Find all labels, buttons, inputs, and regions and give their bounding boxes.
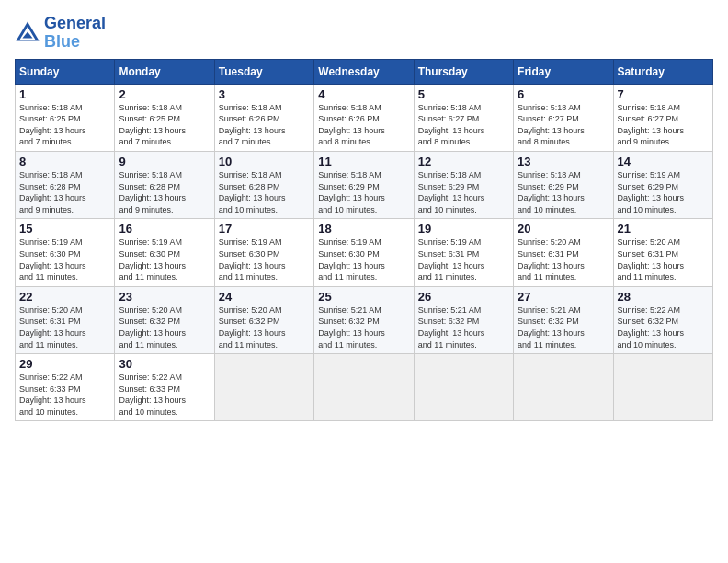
day-number: 1	[19, 87, 110, 101]
calendar-cell	[613, 354, 712, 421]
day-number: 9	[119, 155, 210, 168]
calendar-cell: 3Sunrise: 5:18 AMSunset: 6:26 PMDaylight…	[214, 84, 313, 151]
calendar-week-row: 1Sunrise: 5:18 AMSunset: 6:25 PMDaylight…	[16, 84, 713, 151]
day-number: 16	[119, 222, 210, 236]
day-number: 5	[418, 87, 509, 101]
calendar-week-row: 29Sunrise: 5:22 AMSunset: 6:33 PMDayligh…	[16, 354, 713, 421]
header-cell-wednesday: Wednesday	[314, 59, 414, 84]
day-info: Sunrise: 5:18 AMSunset: 6:27 PMDaylight:…	[618, 103, 685, 147]
day-number: 7	[618, 87, 709, 101]
calendar-cell	[414, 354, 513, 421]
day-number: 19	[418, 222, 509, 236]
calendar-cell: 1Sunrise: 5:18 AMSunset: 6:25 PMDaylight…	[16, 84, 115, 151]
day-number: 25	[318, 290, 409, 304]
calendar-cell: 7Sunrise: 5:18 AMSunset: 6:27 PMDaylight…	[613, 84, 712, 151]
day-info: Sunrise: 5:19 AMSunset: 6:30 PMDaylight:…	[19, 237, 86, 282]
day-info: Sunrise: 5:18 AMSunset: 6:28 PMDaylight:…	[219, 170, 286, 214]
day-number: 12	[418, 155, 509, 168]
day-info: Sunrise: 5:20 AMSunset: 6:31 PMDaylight:…	[618, 237, 685, 282]
day-info: Sunrise: 5:18 AMSunset: 6:26 PMDaylight:…	[318, 103, 385, 147]
day-info: Sunrise: 5:19 AMSunset: 6:30 PMDaylight:…	[318, 237, 385, 282]
calendar-cell: 6Sunrise: 5:18 AMSunset: 6:27 PMDaylight…	[514, 84, 613, 151]
day-info: Sunrise: 5:20 AMSunset: 6:32 PMDaylight:…	[219, 305, 286, 350]
header-cell-tuesday: Tuesday	[214, 59, 313, 84]
day-info: Sunrise: 5:22 AMSunset: 6:33 PMDaylight:…	[19, 373, 86, 417]
day-info: Sunrise: 5:18 AMSunset: 6:29 PMDaylight:…	[318, 170, 385, 214]
logo-text: General Blue	[44, 15, 106, 52]
calendar-table: SundayMondayTuesdayWednesdayThursdayFrid…	[15, 59, 713, 422]
day-number: 17	[219, 222, 310, 236]
calendar-body: 1Sunrise: 5:18 AMSunset: 6:25 PMDaylight…	[16, 84, 713, 421]
day-number: 28	[618, 290, 709, 304]
day-number: 29	[19, 357, 110, 371]
calendar-cell: 22Sunrise: 5:20 AMSunset: 6:31 PMDayligh…	[16, 286, 115, 353]
day-info: Sunrise: 5:18 AMSunset: 6:25 PMDaylight:…	[19, 103, 86, 147]
day-number: 27	[518, 290, 609, 304]
day-number: 4	[318, 87, 409, 101]
day-info: Sunrise: 5:19 AMSunset: 6:30 PMDaylight:…	[219, 237, 286, 282]
calendar-cell: 20Sunrise: 5:20 AMSunset: 6:31 PMDayligh…	[514, 219, 613, 286]
header-cell-friday: Friday	[514, 59, 613, 84]
calendar-cell	[314, 354, 414, 421]
calendar-cell: 18Sunrise: 5:19 AMSunset: 6:30 PMDayligh…	[314, 219, 414, 286]
day-info: Sunrise: 5:18 AMSunset: 6:29 PMDaylight:…	[418, 170, 485, 214]
calendar-cell: 10Sunrise: 5:18 AMSunset: 6:28 PMDayligh…	[214, 151, 313, 218]
day-number: 10	[219, 155, 310, 168]
calendar-cell: 13Sunrise: 5:18 AMSunset: 6:29 PMDayligh…	[514, 151, 613, 218]
day-info: Sunrise: 5:18 AMSunset: 6:28 PMDaylight:…	[119, 170, 186, 214]
day-number: 24	[219, 290, 310, 304]
day-number: 22	[19, 290, 110, 304]
calendar-cell: 16Sunrise: 5:19 AMSunset: 6:30 PMDayligh…	[115, 219, 214, 286]
calendar-cell: 4Sunrise: 5:18 AMSunset: 6:26 PMDaylight…	[314, 84, 414, 151]
day-info: Sunrise: 5:21 AMSunset: 6:32 PMDaylight:…	[518, 305, 585, 350]
day-info: Sunrise: 5:18 AMSunset: 6:29 PMDaylight:…	[518, 170, 585, 214]
calendar-cell: 2Sunrise: 5:18 AMSunset: 6:25 PMDaylight…	[115, 84, 214, 151]
day-info: Sunrise: 5:20 AMSunset: 6:31 PMDaylight:…	[19, 305, 86, 350]
calendar-cell: 24Sunrise: 5:20 AMSunset: 6:32 PMDayligh…	[214, 286, 313, 353]
calendar-cell: 21Sunrise: 5:20 AMSunset: 6:31 PMDayligh…	[613, 219, 712, 286]
calendar-cell: 25Sunrise: 5:21 AMSunset: 6:32 PMDayligh…	[314, 286, 414, 353]
calendar-cell: 8Sunrise: 5:18 AMSunset: 6:28 PMDaylight…	[16, 151, 115, 218]
day-info: Sunrise: 5:18 AMSunset: 6:28 PMDaylight:…	[19, 170, 86, 214]
day-info: Sunrise: 5:22 AMSunset: 6:33 PMDaylight:…	[119, 373, 186, 417]
day-number: 14	[618, 155, 709, 168]
day-info: Sunrise: 5:21 AMSunset: 6:32 PMDaylight:…	[318, 305, 385, 350]
day-info: Sunrise: 5:20 AMSunset: 6:32 PMDaylight:…	[119, 305, 186, 350]
calendar-cell: 14Sunrise: 5:19 AMSunset: 6:29 PMDayligh…	[613, 151, 712, 218]
calendar-cell: 26Sunrise: 5:21 AMSunset: 6:32 PMDayligh…	[414, 286, 513, 353]
calendar-cell: 15Sunrise: 5:19 AMSunset: 6:30 PMDayligh…	[16, 219, 115, 286]
calendar-cell: 11Sunrise: 5:18 AMSunset: 6:29 PMDayligh…	[314, 151, 414, 218]
day-number: 15	[19, 222, 110, 236]
day-number: 23	[119, 290, 210, 304]
day-info: Sunrise: 5:19 AMSunset: 6:29 PMDaylight:…	[618, 170, 685, 214]
day-number: 13	[518, 155, 609, 168]
day-number: 8	[19, 155, 110, 168]
day-number: 2	[119, 87, 210, 101]
day-number: 20	[518, 222, 609, 236]
calendar-week-row: 8Sunrise: 5:18 AMSunset: 6:28 PMDaylight…	[16, 151, 713, 218]
day-info: Sunrise: 5:18 AMSunset: 6:25 PMDaylight:…	[119, 103, 186, 147]
calendar-cell: 27Sunrise: 5:21 AMSunset: 6:32 PMDayligh…	[514, 286, 613, 353]
calendar-cell	[514, 354, 613, 421]
day-info: Sunrise: 5:20 AMSunset: 6:31 PMDaylight:…	[518, 237, 585, 282]
header-cell-thursday: Thursday	[414, 59, 513, 84]
day-number: 21	[618, 222, 709, 236]
day-info: Sunrise: 5:18 AMSunset: 6:26 PMDaylight:…	[219, 103, 286, 147]
header-cell-monday: Monday	[115, 59, 214, 84]
day-number: 11	[318, 155, 409, 168]
calendar-cell: 23Sunrise: 5:20 AMSunset: 6:32 PMDayligh…	[115, 286, 214, 353]
day-info: Sunrise: 5:21 AMSunset: 6:32 PMDaylight:…	[418, 305, 485, 350]
calendar-cell	[214, 354, 313, 421]
calendar-week-row: 15Sunrise: 5:19 AMSunset: 6:30 PMDayligh…	[16, 219, 713, 286]
day-number: 3	[219, 87, 310, 101]
day-info: Sunrise: 5:18 AMSunset: 6:27 PMDaylight:…	[418, 103, 485, 147]
day-info: Sunrise: 5:19 AMSunset: 6:31 PMDaylight:…	[418, 237, 485, 282]
calendar-cell: 28Sunrise: 5:22 AMSunset: 6:32 PMDayligh…	[613, 286, 712, 353]
page-header: General Blue	[15, 15, 713, 52]
calendar-cell: 5Sunrise: 5:18 AMSunset: 6:27 PMDaylight…	[414, 84, 513, 151]
day-number: 18	[318, 222, 409, 236]
calendar-header: SundayMondayTuesdayWednesdayThursdayFrid…	[16, 59, 713, 84]
calendar-week-row: 22Sunrise: 5:20 AMSunset: 6:31 PMDayligh…	[16, 286, 713, 353]
calendar-cell: 12Sunrise: 5:18 AMSunset: 6:29 PMDayligh…	[414, 151, 513, 218]
day-number: 6	[518, 87, 609, 101]
